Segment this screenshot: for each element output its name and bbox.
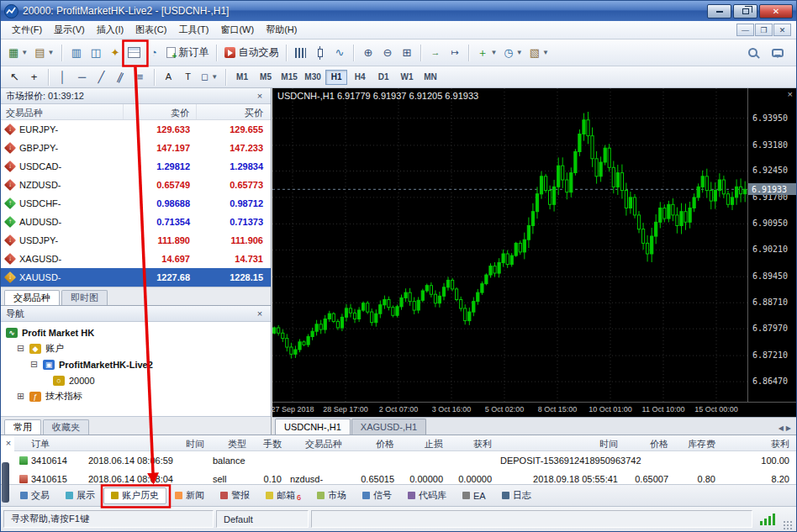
horizontal-line-button[interactable]: ─ xyxy=(72,69,92,86)
tab-ea[interactable]: EA xyxy=(455,487,494,504)
market-watch-row[interactable]: ↓GBPJPY- 147.197 147.233 xyxy=(1,139,271,157)
timeframe-w1[interactable]: W1 xyxy=(396,70,418,85)
autotrading-button[interactable]: 自动交易 xyxy=(221,43,282,63)
col-profit[interactable]: 获利 xyxy=(720,435,794,450)
templates-button[interactable]: ▧▼ xyxy=(526,43,552,63)
profiles-button[interactable]: ▤▼ xyxy=(31,43,57,63)
text-button[interactable]: A xyxy=(159,69,178,86)
col-sl[interactable]: 止损 xyxy=(399,435,448,450)
timeframe-m1[interactable]: M1 xyxy=(231,70,253,85)
market-watch-close-icon[interactable]: × xyxy=(254,91,266,101)
col-swap[interactable]: 库存费 xyxy=(673,435,720,450)
timeframe-h1[interactable]: H1 xyxy=(325,70,347,85)
tab-exposure[interactable]: 展示 xyxy=(58,487,103,504)
market-watch-toggle-button[interactable]: ▥ xyxy=(66,43,86,63)
navigator-close-icon[interactable]: × xyxy=(254,308,266,319)
terminal-close-icon[interactable]: × xyxy=(3,438,13,448)
chart-tab-scroll-right-icon[interactable]: ▶ xyxy=(786,424,791,432)
crosshair-button[interactable]: + xyxy=(24,69,44,86)
chart-shift-button[interactable]: ↦ xyxy=(445,43,464,63)
market-watch-tab-tick-chart[interactable]: 即时图 xyxy=(61,290,108,305)
tab-alerts[interactable]: 警报 xyxy=(213,487,257,504)
bar-chart-button[interactable] xyxy=(291,43,310,63)
chart-tab-xagusd[interactable]: XAGUSD-,H1 xyxy=(351,419,426,435)
mdi-close-button[interactable]: ✕ xyxy=(773,24,791,36)
col-type[interactable]: 类型 xyxy=(209,435,251,450)
column-header-symbol[interactable]: 交易品种 xyxy=(1,104,124,119)
tile-windows-button[interactable]: ⊞ xyxy=(397,43,416,63)
history-row-balance[interactable]: 3410614 2018.06.14 08:06:59 balance DEPO… xyxy=(14,451,796,470)
cursor-button[interactable]: ↖ xyxy=(5,69,24,86)
status-profile[interactable]: Default xyxy=(216,510,309,528)
timeframe-m5[interactable]: M5 xyxy=(255,70,277,85)
col-price-open[interactable]: 价格 xyxy=(347,435,399,450)
trendline-button[interactable]: ╱ xyxy=(92,69,111,86)
tab-news[interactable]: 新闻 xyxy=(167,487,212,504)
collapse-icon[interactable]: ⊟ xyxy=(29,360,39,369)
auto-scroll-button[interactable]: → xyxy=(425,43,445,63)
mdi-minimize-button[interactable]: — xyxy=(736,24,754,36)
channel-button[interactable]: ∥ xyxy=(111,69,130,86)
menu-item-view[interactable]: 显示(V) xyxy=(48,22,91,38)
col-time-close[interactable]: 时间 xyxy=(497,435,623,450)
navigator-tab-common[interactable]: 常用 xyxy=(4,419,41,435)
chart-tab-usdcnh[interactable]: USDCNH-,H1 xyxy=(275,419,351,435)
data-window-toggle-button[interactable]: ◫ xyxy=(86,43,105,63)
timeframe-m30[interactable]: M30 xyxy=(302,70,324,85)
tab-signals[interactable]: 信号 xyxy=(355,487,399,504)
chart-tab-scroll-left-icon[interactable]: ◀ xyxy=(779,424,784,432)
tab-journal[interactable]: 日志 xyxy=(494,487,539,504)
chart-close-icon[interactable]: × xyxy=(788,89,793,99)
column-header-bid[interactable]: 卖价 xyxy=(124,104,197,119)
market-watch-tab-symbols[interactable]: 交易品种 xyxy=(4,290,60,305)
new-order-button[interactable]: 新订单 xyxy=(163,43,212,63)
col-time-open[interactable]: 时间 xyxy=(85,435,209,450)
history-row-order[interactable]: 3410615 2018.06.14 08:08:04 sell 0.10 nz… xyxy=(14,470,796,485)
tab-account-history[interactable]: 账户历史 xyxy=(103,487,166,504)
menu-item-insert[interactable]: 插入(I) xyxy=(91,22,129,38)
shapes-button[interactable]: ◻▼ xyxy=(198,69,221,86)
market-watch-row[interactable]: ↓XAGUSD- 14.697 14.731 xyxy=(1,250,271,268)
market-watch-row-selected[interactable]: ↓XAUUSD- 1227.68 1228.15 xyxy=(1,268,271,287)
terminal-toggle-button[interactable] xyxy=(124,43,144,63)
candlestick-button[interactable] xyxy=(310,43,330,63)
new-chart-button[interactable]: ▦▼ xyxy=(5,43,31,63)
expand-icon[interactable]: ⊞ xyxy=(16,392,25,401)
periods-button[interactable]: ◷▼ xyxy=(500,43,525,63)
menu-item-file[interactable]: 文件(F) xyxy=(6,22,48,38)
timeframe-d1[interactable]: D1 xyxy=(372,70,394,85)
timeframe-mn[interactable]: MN xyxy=(420,70,441,85)
mdi-restore-button[interactable]: ❐ xyxy=(755,24,773,36)
col-lots[interactable]: 手数 xyxy=(251,435,287,450)
navigator-toggle-button[interactable]: ✦ xyxy=(105,43,124,63)
candlestick-chart[interactable] xyxy=(272,88,747,402)
restore-button[interactable] xyxy=(733,4,757,18)
time-axis[interactable]: 27 Sep 201828 Sep 17:002 Oct 07:003 Oct … xyxy=(272,402,796,417)
line-chart-button[interactable]: ∿ xyxy=(330,43,349,63)
timeframe-h4[interactable]: H4 xyxy=(349,70,371,85)
navigator-tab-favorites[interactable]: 收藏夹 xyxy=(43,419,89,435)
tab-codebase[interactable]: 代码库 xyxy=(400,487,454,504)
chart-area[interactable]: USDCNH-,H1 6.91779 6.91937 6.91205 6.919… xyxy=(272,88,796,417)
market-watch-row[interactable]: ↓EURJPY- 129.633 129.655 xyxy=(1,120,271,139)
tab-market[interactable]: 市场 xyxy=(309,487,354,504)
search-button[interactable] xyxy=(743,43,763,63)
tree-item-indicators[interactable]: ⊞ ƒ 技术指标 xyxy=(1,388,271,404)
market-watch-row[interactable]: ↓USDJPY- 111.890 111.906 xyxy=(1,231,271,250)
col-order[interactable]: 订单 xyxy=(14,435,85,450)
col-symbol[interactable]: 交易品种 xyxy=(287,435,347,450)
minimize-button[interactable] xyxy=(707,4,731,18)
col-tp[interactable]: 获利 xyxy=(448,435,497,450)
tab-trade[interactable]: 交易 xyxy=(13,487,57,504)
menu-item-charts[interactable]: 图表(C) xyxy=(129,22,172,38)
close-button[interactable]: ✕ xyxy=(759,4,793,18)
market-watch-row[interactable]: ↑USDCHF- 0.98688 0.98712 xyxy=(1,194,271,213)
market-watch-row[interactable]: ↑AUDUSD- 0.71354 0.71373 xyxy=(1,213,271,231)
strategy-tester-button[interactable]: ◔ xyxy=(144,43,163,63)
fibonacci-button[interactable]: ≡ xyxy=(130,69,150,86)
tree-item-accounts[interactable]: ⊟ ◆ 账户 xyxy=(1,340,271,356)
zoom-out-button[interactable]: ⊖ xyxy=(377,43,397,63)
tree-item-login[interactable]: ○ 20000 xyxy=(1,372,271,388)
tree-item-server[interactable]: ⊟ ▣ ProfitMarketHK-Live2 xyxy=(1,356,271,372)
tab-mailbox[interactable]: 邮箱6 xyxy=(258,487,309,504)
